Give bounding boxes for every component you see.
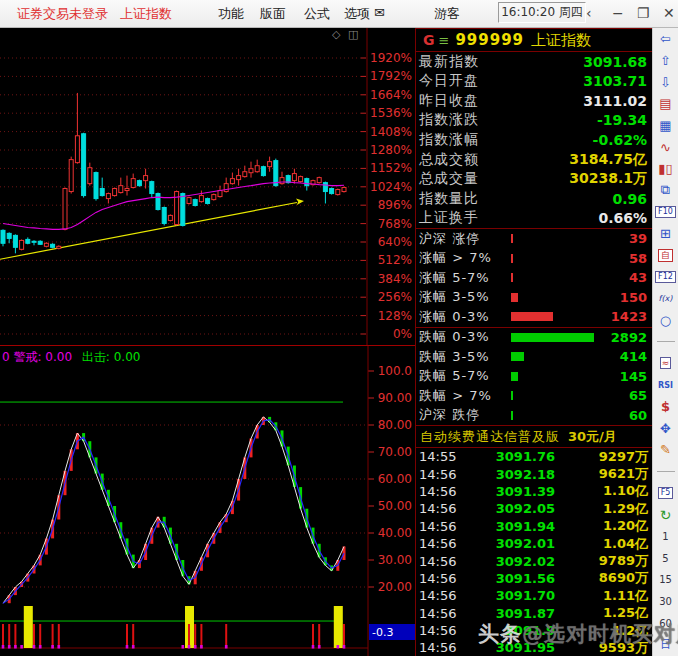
trend-chart-icon[interactable]: ∿ <box>653 136 678 158</box>
svg-text:60.00: 60.00 <box>378 472 412 486</box>
quote-row[interactable]: 上证换手0.66% <box>416 208 652 228</box>
tick-row[interactable]: 14:563091.959593万 <box>416 639 652 656</box>
quote-value: -19.34 <box>597 112 647 128</box>
menu-function[interactable]: 功能 <box>218 5 244 23</box>
quote-row[interactable]: 总成交量30238.1万 <box>416 169 652 189</box>
stat-bar-track <box>511 333 601 342</box>
menu-formula[interactable]: 公式 <box>304 5 330 23</box>
up-arrow-icon[interactable]: ⇧ <box>653 50 678 72</box>
tick-row[interactable]: 14:553091.769297万 <box>416 448 652 465</box>
block-tree-icon[interactable]: ⊞ <box>653 223 678 245</box>
quote-grid-icon[interactable]: ▦ <box>653 115 678 137</box>
menu-layout[interactable]: 版面 <box>260 5 286 23</box>
minimize-button[interactable]: − <box>612 5 624 21</box>
quote-value: 3184.75亿 <box>569 151 647 169</box>
quote-row[interactable]: 指数涨幅-0.62% <box>416 130 652 150</box>
f12-icon[interactable]: F12 <box>653 266 678 288</box>
multi-view-icon[interactable]: ⧉ <box>653 179 678 201</box>
stat-label: 沪深 涨停 <box>419 230 511 248</box>
menu-options[interactable]: 选项 <box>344 5 370 23</box>
restore-button[interactable]: ❐ <box>637 5 650 21</box>
period-1-button[interactable]: 1 <box>653 526 678 548</box>
tick-volume: 1.20亿 <box>555 517 648 535</box>
stat-count: 60 <box>601 408 647 423</box>
stat-bar <box>511 254 513 263</box>
stat-bar-track <box>511 352 601 361</box>
quote-row[interactable]: 指数量比0.96 <box>416 189 652 209</box>
quote-row[interactable]: 指数涨跌-19.34 <box>416 111 652 131</box>
f5-icon[interactable]: F5 <box>653 482 678 504</box>
quote-row[interactable]: 总成交额3184.75亿 <box>416 150 652 170</box>
stat-count: 43 <box>601 270 647 285</box>
report-icon[interactable]: ▤ <box>653 93 678 115</box>
stat-row[interactable]: 跌幅 5-7%145 <box>416 367 652 387</box>
split-view-icon[interactable]: ◫ <box>348 29 358 40</box>
stat-row[interactable]: 跌幅 3-5%414 <box>416 347 652 367</box>
mail-icon[interactable]: ✉ <box>374 5 385 20</box>
stat-bar-track <box>511 411 601 420</box>
period-5-button[interactable]: 5 <box>653 547 678 569</box>
close-button[interactable]: ✕ <box>663 5 675 21</box>
quote-panel-header[interactable]: G ≡ 999999 上证指数 <box>416 29 652 52</box>
period-15-button[interactable]: 15 <box>653 569 678 591</box>
tick-row[interactable]: 14:563091.701.11亿 <box>416 587 652 604</box>
nav-back-button[interactable]: ‹ <box>586 5 592 21</box>
pencil-icon[interactable]: ✎ <box>653 439 678 461</box>
diamond-icon[interactable]: ◇ <box>332 29 340 40</box>
tick-row[interactable]: 14:563091.568690万 <box>416 570 652 587</box>
back-arrow-icon[interactable]: ⇦ <box>653 28 678 50</box>
zixuan-icon[interactable]: 自 <box>653 244 678 266</box>
current-index-link[interactable]: 上证指数 <box>120 5 172 23</box>
stat-row[interactable]: 跌幅 0-3%2892 <box>416 328 652 348</box>
svg-text:0%: 0% <box>393 327 412 341</box>
stat-row[interactable]: 跌幅 > 7%65 <box>416 386 652 406</box>
move-icon[interactable]: ✥ <box>653 418 678 440</box>
period-30-button[interactable]: 30 <box>653 591 678 613</box>
svg-text:1152%: 1152% <box>370 161 412 175</box>
quote-row[interactable]: 昨日收盘3111.02 <box>416 91 652 111</box>
period-day-button[interactable]: 日 <box>653 634 678 656</box>
tick-row[interactable]: 14:563091.91.2亿 <box>416 622 652 639</box>
circle-icon[interactable]: ○ <box>653 309 678 331</box>
tick-row[interactable]: 14:563092.029789万 <box>416 552 652 569</box>
stat-bar-track <box>511 273 601 282</box>
stat-row[interactable]: 涨幅 > 7%58 <box>416 249 652 269</box>
tick-row[interactable]: 14:563091.941.20亿 <box>416 518 652 535</box>
stat-label: 跌幅 5-7% <box>419 367 511 385</box>
tick-price: 3092.02 <box>467 554 555 569</box>
wave-icon[interactable]: ≈ <box>653 353 678 375</box>
guest-label[interactable]: 游客 <box>434 5 460 23</box>
stat-row[interactable]: 涨幅 0-3%1423 <box>416 307 652 327</box>
tick-row[interactable]: 14:563092.189621万 <box>416 465 652 482</box>
hamburger-icon[interactable]: ≡ <box>439 33 450 48</box>
quote-value: -0.62% <box>593 132 647 148</box>
stat-row[interactable]: 涨幅 3-5%150 <box>416 288 652 308</box>
stat-row[interactable]: 涨幅 5-7%43 <box>416 268 652 288</box>
down-arrow-icon[interactable]: ⇩ <box>653 71 678 93</box>
tick-row[interactable]: 14:563092.051.29亿 <box>416 500 652 517</box>
g-logo: G <box>423 32 435 48</box>
quote-row[interactable]: 最新指数3091.68 <box>416 52 652 72</box>
stat-label: 跌幅 > 7% <box>419 387 511 405</box>
toolbar-divider <box>653 461 678 483</box>
svg-text:1920%: 1920% <box>370 51 412 65</box>
kline-chart-icon[interactable]: ▮▯ <box>653 158 678 180</box>
f10-icon[interactable]: F10 <box>653 201 678 223</box>
main-candlestick-chart[interactable]: 1920%1792%1664%1536%1408%1280%1152%1024%… <box>0 28 415 345</box>
period-60-button[interactable]: 60 <box>653 612 678 634</box>
money-icon[interactable]: $ <box>653 396 678 418</box>
refresh-icon[interactable]: ↻ <box>653 504 678 526</box>
indicator-chart[interactable]: 100.090.0080.0070.0060.0050.0040.0030.00… <box>0 345 415 656</box>
formula-icon[interactable]: f(x) <box>653 288 678 310</box>
rsi-icon[interactable]: RSI <box>653 374 678 396</box>
stat-row[interactable]: 沪深 跌停60 <box>416 406 652 426</box>
renewal-ad[interactable]: 自动续费通达信普及版 30元/月 <box>416 425 652 448</box>
tick-row[interactable]: 14:563092.011.04亿 <box>416 535 652 552</box>
tick-row[interactable]: 14:563091.391.10亿 <box>416 483 652 500</box>
stat-row[interactable]: 沪深 涨停39 <box>416 229 652 249</box>
quote-row[interactable]: 今日开盘3103.71 <box>416 72 652 92</box>
login-status[interactable]: 证券交易未登录 <box>17 5 108 23</box>
tick-row[interactable]: 14:563091.871.25亿 <box>416 605 652 622</box>
sub-chart-svg: 100.090.0080.0070.0060.0050.0040.0030.00… <box>0 346 415 656</box>
tick-price: 3091.56 <box>467 571 555 586</box>
